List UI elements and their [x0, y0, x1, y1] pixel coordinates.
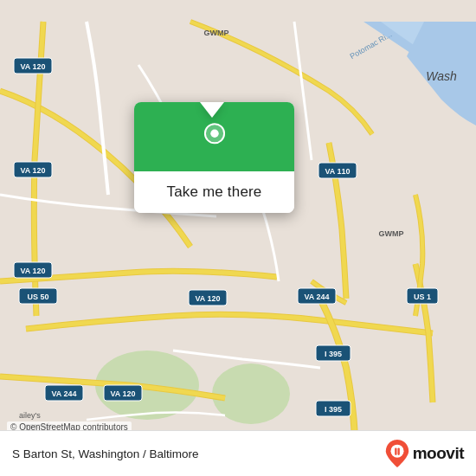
svg-text:I 395: I 395 — [325, 405, 342, 414]
svg-rect-37 — [395, 447, 396, 454]
svg-rect-38 — [397, 447, 399, 454]
svg-text:Wash: Wash — [426, 69, 457, 83]
svg-text:VA 120: VA 120 — [20, 62, 45, 71]
svg-text:ailey's: ailey's — [19, 411, 41, 420]
svg-text:VA 120: VA 120 — [110, 389, 135, 398]
svg-text:VA 244: VA 244 — [51, 389, 76, 398]
svg-point-36 — [390, 445, 403, 458]
svg-point-35 — [210, 130, 219, 138]
svg-text:US 50: US 50 — [27, 293, 48, 301]
moovit-logo: moovit — [385, 440, 464, 467]
moovit-pin-icon — [385, 440, 409, 467]
popup-tail — [200, 102, 224, 118]
moovit-wordmark: moovit — [413, 444, 464, 463]
svg-text:VA 244: VA 244 — [304, 293, 329, 301]
svg-text:US 1: US 1 — [414, 293, 431, 301]
map-svg: VA 120 VA 120 VA 120 VA 120 VA 120 VA 24… — [0, 0, 476, 476]
svg-text:I 395: I 395 — [325, 350, 342, 358]
svg-text:VA 120: VA 120 — [195, 294, 220, 303]
svg-text:VA 120: VA 120 — [20, 267, 45, 275]
location-pin-icon — [198, 121, 231, 154]
svg-text:GWMP: GWMP — [379, 229, 404, 238]
svg-text:GWMP: GWMP — [204, 29, 229, 37]
location-label: S Barton St, Washington / Baltimore — [12, 447, 199, 460]
popup-card: Take me there — [134, 102, 294, 213]
svg-text:VA 110: VA 110 — [325, 167, 350, 176]
map-container: VA 120 VA 120 VA 120 VA 120 VA 120 VA 24… — [0, 0, 476, 476]
take-me-there-button[interactable]: Take me there — [134, 171, 294, 213]
bottom-bar: S Barton St, Washington / Baltimore moov… — [0, 430, 476, 476]
svg-text:VA 120: VA 120 — [20, 166, 45, 175]
